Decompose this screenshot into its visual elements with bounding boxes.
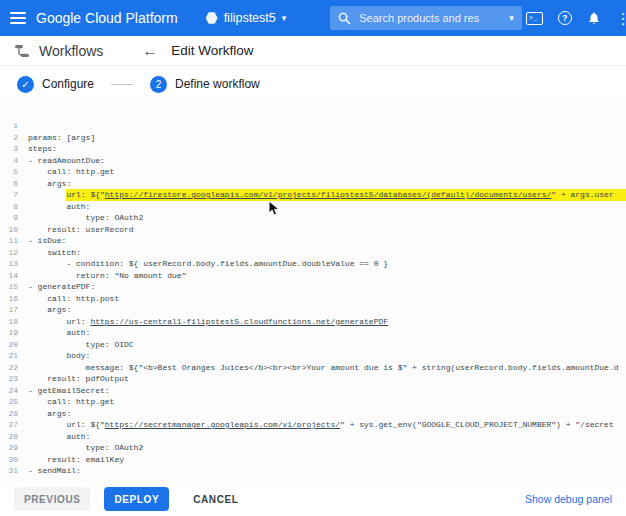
step2-number[interactable]: 2 xyxy=(150,76,167,93)
line-number: 20 xyxy=(0,339,28,351)
workflows-logo-icon xyxy=(14,43,30,59)
code-line[interactable]: 21 body: xyxy=(0,350,626,362)
line-number: 16 xyxy=(0,293,28,305)
code-line[interactable]: 26 args: xyxy=(0,408,626,420)
workflow-stepper: ✓ Configure 2 Define workflow xyxy=(0,66,626,102)
line-number: 11 xyxy=(0,235,28,247)
line-number: 7 xyxy=(0,189,28,201)
code-line[interactable]: 24- getEmailSecret: xyxy=(0,385,626,397)
code-line[interactable]: 14 return: "No amount due" xyxy=(0,270,626,282)
line-number: 22 xyxy=(0,362,28,374)
footer-action-bar: PREVIOUS DEPLOY CANCEL Show debug panel xyxy=(0,482,626,516)
line-number: 31 xyxy=(0,465,28,477)
line-number: 25 xyxy=(0,396,28,408)
more-options-icon[interactable]: ⋮ xyxy=(616,11,626,26)
code-line[interactable]: 12 switch: xyxy=(0,247,626,259)
project-name: filipstest5 xyxy=(224,11,276,25)
code-line[interactable]: 10 result: userRecord xyxy=(0,224,626,236)
line-number: 10 xyxy=(0,224,28,236)
chevron-down-icon: ▾ xyxy=(282,13,287,23)
code-line[interactable]: 4- readAmountDue: xyxy=(0,155,626,167)
previous-button[interactable]: PREVIOUS xyxy=(14,487,90,511)
search-box[interactable]: ▾ xyxy=(330,6,522,30)
line-number: 12 xyxy=(0,247,28,259)
show-debug-panel-link[interactable]: Show debug panel xyxy=(525,493,612,505)
project-selector[interactable]: filipstest5 ▾ xyxy=(198,7,295,29)
workflow-code-editor[interactable]: 12params: [args]3steps:4- readAmountDue:… xyxy=(0,102,626,482)
line-number: 5 xyxy=(0,166,28,178)
line-number: 30 xyxy=(0,454,28,466)
line-number: 13 xyxy=(0,258,28,270)
step2-label[interactable]: Define workflow xyxy=(175,77,260,91)
back-arrow-icon[interactable]: ← xyxy=(138,43,162,59)
code-line[interactable]: 22 message: ${"<b>Best Oranges Juices</b… xyxy=(0,362,626,374)
deploy-button[interactable]: DEPLOY xyxy=(104,487,169,511)
product-title[interactable]: Google Cloud Platform xyxy=(36,10,178,26)
line-number: 15 xyxy=(0,281,28,293)
line-number: 19 xyxy=(0,327,28,339)
app-name[interactable]: Workflows xyxy=(39,43,103,59)
line-number: 8 xyxy=(0,201,28,213)
code-line[interactable]: 27 url: ${"https://secretmanager.googlea… xyxy=(0,419,626,431)
code-lines: 12params: [args]3steps:4- readAmountDue:… xyxy=(0,120,626,477)
line-number: 28 xyxy=(0,431,28,443)
code-line[interactable]: 18 url: https://us-central1-filipstest5.… xyxy=(0,316,626,328)
search-icon xyxy=(338,12,351,25)
line-number: 3 xyxy=(0,143,28,155)
code-line[interactable]: 16 call: http.post xyxy=(0,293,626,305)
line-number: 24 xyxy=(0,385,28,397)
line-number: 29 xyxy=(0,442,28,454)
cancel-button[interactable]: CANCEL xyxy=(183,487,248,511)
notifications-bell-icon[interactable] xyxy=(587,11,601,25)
line-number: 9 xyxy=(0,212,28,224)
code-line[interactable]: 31- sendMail: xyxy=(0,465,626,477)
line-number: 1 xyxy=(0,120,28,132)
line-number: 17 xyxy=(0,304,28,316)
search-dropdown-icon[interactable]: ▾ xyxy=(509,13,514,23)
code-line[interactable]: 13 - condition: ${ userRecord.body.field… xyxy=(0,258,626,270)
code-line[interactable]: 7 url: ${"https://firestore.googleapis.c… xyxy=(0,189,626,201)
line-number: 14 xyxy=(0,270,28,282)
line-number: 18 xyxy=(0,316,28,328)
code-line[interactable]: 20 type: OIDC xyxy=(0,339,626,351)
line-number: 2 xyxy=(0,132,28,144)
stepper-connector xyxy=(111,84,133,85)
code-line[interactable]: 11- isDue: xyxy=(0,235,626,247)
code-line[interactable]: 17 args: xyxy=(0,304,626,316)
code-line[interactable]: 5 call: http.get xyxy=(0,166,626,178)
line-number: 26 xyxy=(0,408,28,420)
code-line[interactable]: 23 result: pdfOutput xyxy=(0,373,626,385)
line-number: 6 xyxy=(0,178,28,190)
line-number: 27 xyxy=(0,419,28,431)
code-line[interactable]: 8 auth: xyxy=(0,201,626,213)
step1-check-icon[interactable]: ✓ xyxy=(17,76,34,93)
cloud-shell-icon[interactable]: >_ xyxy=(526,12,543,25)
code-line[interactable]: 29 type: OAuth2 xyxy=(0,442,626,454)
code-line[interactable]: 25 call: http.get xyxy=(0,396,626,408)
header-actions: >_ ? ⋮ xyxy=(526,5,626,31)
code-line[interactable]: 30 result: emailKey xyxy=(0,454,626,466)
page-header-bar: Workflows ← Edit Workflow xyxy=(0,36,626,66)
search-input[interactable] xyxy=(357,11,503,25)
code-line[interactable]: 2params: [args] xyxy=(0,132,626,144)
project-hexagon-icon xyxy=(206,12,218,24)
top-nav-bar: Google Cloud Platform filipstest5 ▾ ▾ >_… xyxy=(0,0,626,36)
code-line[interactable]: 9 type: OAuth2 xyxy=(0,212,626,224)
menu-icon[interactable] xyxy=(4,0,32,36)
page-title: Edit Workflow xyxy=(171,43,253,58)
code-line[interactable]: 6 args: xyxy=(0,178,626,190)
mouse-cursor-icon xyxy=(268,200,280,218)
code-line[interactable]: 15- generatePDF: xyxy=(0,281,626,293)
line-number: 21 xyxy=(0,350,28,362)
line-number: 23 xyxy=(0,373,28,385)
help-icon[interactable]: ? xyxy=(558,11,572,25)
step1-label[interactable]: Configure xyxy=(42,77,94,91)
code-line[interactable]: 1 xyxy=(0,120,626,132)
line-number: 4 xyxy=(0,155,28,167)
code-line[interactable]: 19 auth: xyxy=(0,327,626,339)
code-line[interactable]: 3steps: xyxy=(0,143,626,155)
code-line[interactable]: 28 auth: xyxy=(0,431,626,443)
